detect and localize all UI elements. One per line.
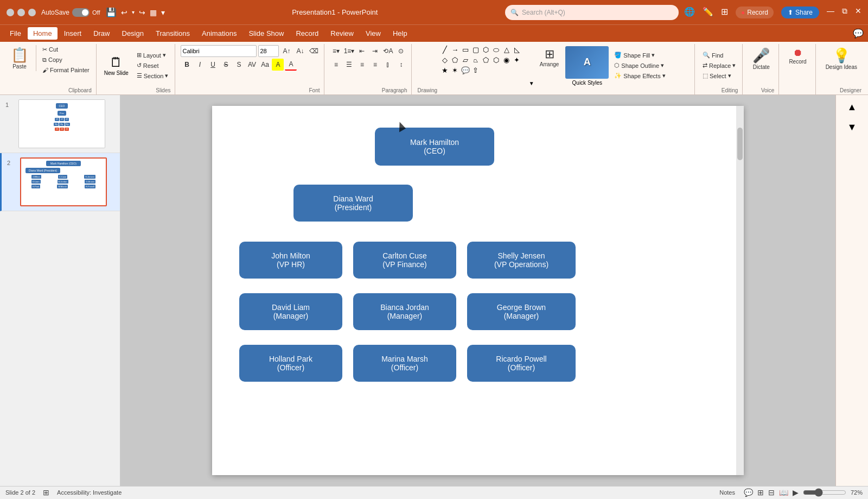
line-spacing-button[interactable]: ↕ (395, 59, 407, 71)
shape-rect[interactable]: ▭ (461, 45, 470, 55)
design-ideas-button[interactable]: 💡 Design Ideas (821, 45, 861, 72)
menu-slideshow[interactable]: Slide Show (243, 27, 289, 40)
quick-styles-button[interactable]: A Quick Styles (564, 45, 610, 86)
menu-view[interactable]: View (360, 27, 386, 40)
minimize-button[interactable]: — (827, 7, 834, 18)
select-button[interactable]: ⬚ Select ▾ (700, 71, 738, 80)
shape-star5[interactable]: ★ (440, 66, 450, 75)
shape-fill-button[interactable]: 🪣 Shape Fill ▾ (612, 50, 667, 60)
reading-view-icon[interactable]: 📖 (779, 488, 788, 497)
paste-button[interactable]: 📋 Paste (7, 45, 33, 71)
shape-effects-button[interactable]: ✨ Shape Effects ▾ (612, 71, 667, 80)
indent-decrease-button[interactable]: ⇤ (356, 45, 368, 57)
shape-hept[interactable]: ◉ (502, 55, 512, 65)
align-left-button[interactable]: ≡ (330, 59, 342, 71)
dictate-button[interactable]: 🎤 Dictate (748, 45, 774, 72)
close-button[interactable]: ✕ (855, 7, 861, 18)
shape-trap[interactable]: ⏢ (471, 55, 481, 65)
reset-button[interactable]: ↺ Reset (135, 61, 171, 70)
decrease-font-icon[interactable]: A↓ (294, 45, 306, 57)
internet-icon[interactable]: 🌐 (684, 7, 695, 18)
scroll-down-icon[interactable]: ▼ (845, 119, 859, 135)
font-size-input[interactable] (258, 45, 279, 57)
undo-dropdown-icon[interactable]: ▾ (132, 9, 135, 15)
restore-button[interactable]: ⧉ (842, 7, 847, 18)
pen-icon[interactable]: ✏️ (703, 7, 713, 18)
maximize-traffic-light[interactable] (28, 9, 36, 16)
menu-animations[interactable]: Animations (196, 27, 242, 40)
shadow-button[interactable]: S (233, 59, 245, 71)
justify-button[interactable]: ≡ (369, 59, 381, 71)
org-box-president[interactable]: Diana Ward (President) (293, 185, 413, 222)
vertical-scrollbar[interactable] (736, 106, 744, 475)
menu-transitions[interactable]: Transitions (150, 27, 195, 40)
shape-star4[interactable]: ✦ (512, 55, 522, 65)
comments-status-icon[interactable]: 💬 (744, 488, 753, 497)
save-icon[interactable]: 💾 (106, 7, 117, 17)
bold-button[interactable]: B (181, 59, 193, 71)
shape-snip[interactable]: ⬡ (481, 45, 491, 55)
char-spacing-button[interactable]: AV (246, 59, 258, 71)
slideshow-icon[interactable]: ▶ (793, 488, 799, 497)
bullets-button[interactable]: ≡▾ (330, 45, 342, 57)
underline-button[interactable]: U (207, 59, 219, 71)
shape-callout[interactable]: 💬 (461, 66, 470, 75)
redo-icon[interactable]: ↪ (139, 8, 145, 17)
copy-button[interactable]: ⧉ Copy (40, 55, 92, 65)
org-box-vp-hr[interactable]: John Milton (VP HR) (239, 242, 342, 279)
shape-hex[interactable]: ⬡ (492, 55, 501, 65)
menu-help[interactable]: Help (387, 27, 413, 40)
section-button[interactable]: ☰ Section ▾ (135, 71, 171, 80)
font-color-aa-button[interactable]: Aa (259, 59, 271, 71)
search-bar[interactable]: 🔍 Search (Alt+Q) (505, 5, 679, 20)
close-traffic-light[interactable] (7, 9, 14, 16)
convert-smartart-button[interactable]: ⊙ (395, 45, 407, 57)
org-box-mgr-1[interactable]: David Liam (Manager) (239, 293, 342, 330)
format-painter-button[interactable]: 🖌 Format Painter (40, 66, 92, 74)
strikethrough-button[interactable]: S (220, 59, 232, 71)
font-name-input[interactable] (181, 45, 257, 57)
scroll-up-icon[interactable]: ▲ (845, 99, 859, 115)
org-box-mgr-3[interactable]: George Brown (Manager) (467, 293, 576, 330)
org-box-mgr-2[interactable]: Bianca Jordan (Manager) (353, 293, 456, 330)
customize-icon[interactable]: ▾ (161, 8, 165, 17)
record-ribbon-button[interactable]: ⏺ Record (784, 45, 810, 67)
shape-pent[interactable]: ⬠ (481, 55, 491, 65)
highlight-button[interactable]: A (272, 59, 284, 71)
slide-canvas[interactable]: Mark Hamilton (CEO) Diana Ward (Presiden… (212, 106, 744, 475)
new-slide-button[interactable]: 🗒 New Slide (102, 54, 131, 77)
find-button[interactable]: 🔍 Find (700, 50, 738, 60)
menu-design[interactable]: Design (117, 27, 149, 40)
undo-icon[interactable]: ↩ (121, 8, 127, 17)
present-icon[interactable]: ▦ (150, 8, 157, 17)
notes-button[interactable]: Notes (715, 488, 739, 497)
shape-outline-button[interactable]: ⬡ Shape Outline ▾ (612, 61, 667, 70)
menu-home[interactable]: Home (28, 27, 58, 40)
columns-button[interactable]: ⫿ (382, 59, 394, 71)
org-box-vp-finance[interactable]: Carlton Cuse (VP Finance) (353, 242, 456, 279)
layout-icon[interactable]: ⊞ (721, 7, 728, 18)
text-direction-button[interactable]: ⟲A (382, 45, 394, 57)
menu-record[interactable]: Record (290, 27, 324, 40)
shape-gallery-scroll-down[interactable]: ▼ (529, 80, 534, 86)
layout-button[interactable]: ⊞ Layout ▾ (135, 50, 171, 60)
comments-icon[interactable]: 💬 (853, 28, 864, 39)
slide-thumb-2[interactable]: 2 Mark Hamilton (CEO) Diana Ward (Presid… (0, 153, 120, 211)
numbering-button[interactable]: 1≡▾ (343, 45, 355, 57)
autosave-toggle[interactable] (72, 8, 90, 17)
shape-para[interactable]: ▱ (461, 55, 470, 65)
shape-diamond[interactable]: ◇ (440, 55, 450, 65)
increase-font-icon[interactable]: A↑ (280, 45, 292, 57)
shape-up-arrow[interactable]: ⇧ (471, 66, 481, 75)
align-right-button[interactable]: ≡ (356, 59, 368, 71)
shape-star6[interactable]: ✶ (450, 66, 460, 75)
org-box-off-1[interactable]: Holland Park (Officer) (239, 345, 342, 382)
italic-button[interactable]: I (194, 59, 206, 71)
clear-format-icon[interactable]: ⌫ (308, 45, 320, 57)
record-button[interactable]: ● Record (736, 7, 774, 18)
org-box-off-2[interactable]: Marina Marsh (Officer) (353, 345, 456, 382)
org-box-ceo[interactable]: Mark Hamilton (CEO) (375, 128, 494, 166)
menu-file[interactable]: File (4, 27, 27, 40)
shape-chevron[interactable]: ⬠ (450, 55, 460, 65)
menu-review[interactable]: Review (325, 27, 359, 40)
